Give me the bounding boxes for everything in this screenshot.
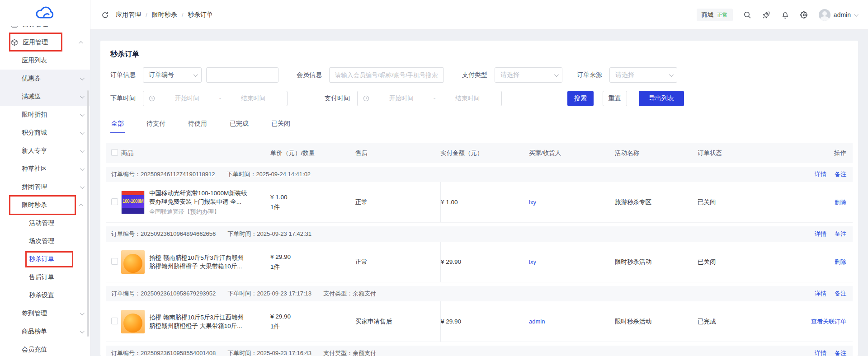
chevron-down-icon xyxy=(80,130,85,135)
gear-icon[interactable] xyxy=(800,10,809,19)
remark-link[interactable]: 备注 xyxy=(835,230,846,238)
pay-time-range-picker[interactable]: 开始时间 - 结束时间 xyxy=(357,91,502,106)
sidebar-item-label: 限时秒杀 xyxy=(22,201,47,209)
refresh-icon[interactable] xyxy=(100,10,109,19)
row-checkbox[interactable] xyxy=(111,198,118,205)
remark-link[interactable]: 备注 xyxy=(835,290,846,298)
buyer-link[interactable]: lxy xyxy=(529,199,536,206)
breadcrumb: 应用管理 / 限时秒杀 / 秒杀订单 xyxy=(116,11,213,19)
clock-icon xyxy=(149,95,155,102)
reset-button[interactable]: 重置 xyxy=(603,91,627,106)
member-search-wrap xyxy=(329,67,444,83)
breadcrumb-item[interactable]: 应用管理 xyxy=(116,11,141,19)
bell-icon[interactable] xyxy=(781,10,790,19)
activity-name: 限时秒杀活动 xyxy=(615,318,698,326)
sidebar-item-community[interactable]: 种草社区 xyxy=(0,160,90,178)
tab-pending-use[interactable]: 待使用 xyxy=(187,116,208,133)
view-related-order-link[interactable]: 查看关联订单 xyxy=(811,318,846,325)
detail-link[interactable]: 详情 xyxy=(815,170,826,178)
cloud-logo-icon xyxy=(35,6,56,20)
sidebar-item-label: 秒杀设置 xyxy=(29,291,54,300)
detail-link[interactable]: 详情 xyxy=(815,290,826,298)
sidebar-item-full-reduction[interactable]: 满减送 xyxy=(0,88,90,106)
shop-status-badge[interactable]: 商城 正常 xyxy=(697,9,733,21)
aftersale-status: 买家申请售后 xyxy=(355,318,440,326)
product-title: 拾橙 赣南脐橙10斤5斤3斤江西赣州 脐橙赣州脐橙橙子 大果带箱10斤... xyxy=(149,253,260,271)
order-header-row: 订单编号：20250923610958679293952 下单时间：2025-0… xyxy=(106,286,853,301)
row-checkbox[interactable] xyxy=(111,258,118,265)
order-info-input[interactable] xyxy=(207,68,278,82)
order-info-label: 订单信息 xyxy=(110,71,136,79)
breadcrumb-item[interactable]: 限时秒杀 xyxy=(152,11,177,19)
order-info-type-select[interactable]: 订单编号 xyxy=(143,67,202,83)
product-image xyxy=(121,250,145,274)
sidebar-item-flash-sale[interactable]: 限时秒杀 xyxy=(0,196,90,214)
order-time-range-picker[interactable]: 开始时间 - 结束时间 xyxy=(143,91,288,106)
sidebar-item-app-list[interactable]: 应用列表 xyxy=(0,52,90,70)
column-activity: 活动名称 xyxy=(615,149,698,157)
chevron-down-icon xyxy=(80,311,85,315)
sidebar-item-checkin-management[interactable]: 签到管理 xyxy=(0,304,90,323)
sidebar-item-label: 拼团管理 xyxy=(22,183,47,191)
column-price-qty: 单价（元）/数量 xyxy=(270,149,355,157)
sidebar-item-limited-discount[interactable]: 限时折扣 xyxy=(0,106,90,124)
user-menu[interactable]: admin xyxy=(819,9,857,21)
order-source-select[interactable]: 请选择 xyxy=(609,67,677,83)
buyer-link[interactable]: admin xyxy=(529,318,545,325)
sidebar-scrollbar[interactable] xyxy=(87,90,89,337)
sidebar-item-app-management[interactable]: 应用管理 xyxy=(0,33,90,52)
tab-closed[interactable]: 已关闭 xyxy=(270,116,291,133)
tab-all[interactable]: 全部 xyxy=(110,116,125,133)
breadcrumb-item[interactable]: 秒杀订单 xyxy=(188,11,213,19)
delete-link[interactable]: 删除 xyxy=(835,258,846,265)
search-icon[interactable] xyxy=(743,10,752,19)
detail-link[interactable]: 详情 xyxy=(815,230,826,238)
sidebar-item-label: 优惠券 xyxy=(22,75,41,83)
sidebar-item-label: 积分商城 xyxy=(22,129,47,137)
sidebar-item-label: 满减送 xyxy=(22,93,41,101)
product-subtitle: 全国联通宽带【预约办理】 xyxy=(149,208,260,216)
sidebar-item-coupon[interactable]: 优惠券 xyxy=(0,70,90,88)
sidebar-item-label: 商品榜单 xyxy=(22,328,47,336)
chevron-down-icon xyxy=(669,72,674,77)
sidebar-item-aftersale-orders[interactable]: 售后订单 xyxy=(0,268,90,286)
member-search-input[interactable] xyxy=(330,68,443,82)
sidebar-item-activity-management[interactable]: 活动管理 xyxy=(0,214,90,232)
pay-type-select[interactable]: 请选择 xyxy=(495,67,562,83)
order-header-row: 订单编号：20250924611274190118912 下单时间：2025-0… xyxy=(106,167,853,182)
export-button[interactable]: 导出列表 xyxy=(639,91,684,106)
search-button[interactable]: 搜索 xyxy=(567,91,594,106)
tab-pending-payment[interactable]: 待支付 xyxy=(146,116,166,133)
column-product: 商品 xyxy=(121,149,270,157)
chevron-up-icon xyxy=(79,41,83,45)
app-cube-icon xyxy=(11,39,18,46)
sidebar-item-label: 应用管理 xyxy=(23,38,48,47)
buyer-link[interactable]: lxy xyxy=(529,258,536,265)
sidebar-item-product-ranking[interactable]: 商品榜单 xyxy=(0,323,90,341)
sidebar-item-points-mall[interactable]: 积分商城 xyxy=(0,124,90,142)
chevron-up-icon xyxy=(79,203,83,208)
sidebar: 财务管理 应用管理 应用列表 优惠券 满减送 限时折扣 积分商城 xyxy=(0,0,90,356)
sidebar-item-newcomer[interactable]: 新人专享 xyxy=(0,142,90,160)
sidebar-item-member-recharge[interactable]: 会员充值 xyxy=(0,341,90,356)
delete-link[interactable]: 删除 xyxy=(835,199,846,206)
column-operation: 操作 xyxy=(788,149,853,157)
sidebar-item-flash-settings[interactable]: 秒杀设置 xyxy=(0,286,90,304)
sidebar-item-flash-orders[interactable]: 秒杀订单 xyxy=(0,250,90,268)
select-all-checkbox[interactable] xyxy=(111,149,118,156)
remark-link[interactable]: 备注 xyxy=(835,349,846,356)
sidebar-item-label: 新人专享 xyxy=(22,147,47,155)
tab-completed[interactable]: 已完成 xyxy=(229,116,250,133)
chevron-down-icon xyxy=(80,112,85,117)
column-buyer: 买家/收货人 xyxy=(529,149,615,157)
row-checkbox[interactable] xyxy=(111,318,118,324)
order-number: 20250923610958554001408 xyxy=(141,350,216,356)
pay-type-label: 支付类型 xyxy=(462,71,487,79)
logo-area xyxy=(0,0,90,26)
aftersale-status: 正常 xyxy=(355,198,440,206)
sidebar-item-group-buy[interactable]: 拼团管理 xyxy=(0,178,90,196)
sidebar-item-session-management[interactable]: 场次管理 xyxy=(0,232,90,250)
remark-link[interactable]: 备注 xyxy=(835,170,846,178)
rocket-icon[interactable] xyxy=(762,10,771,19)
detail-link[interactable]: 详情 xyxy=(815,349,826,356)
